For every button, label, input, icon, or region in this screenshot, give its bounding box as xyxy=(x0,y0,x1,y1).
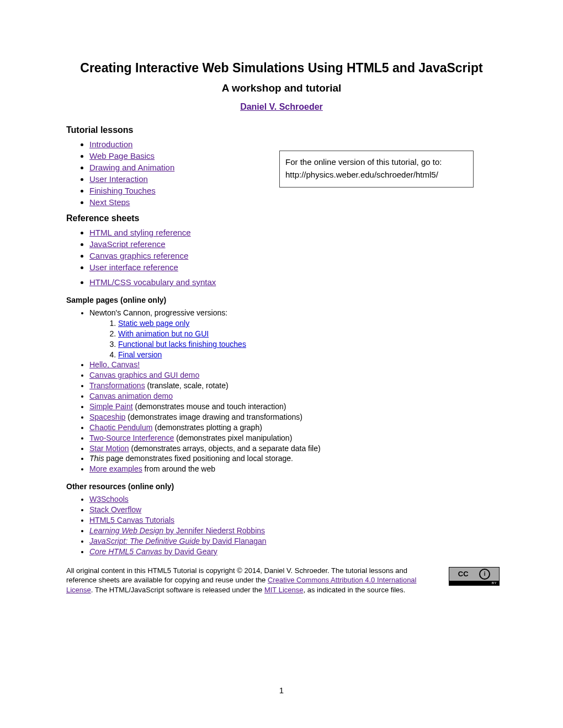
list-item: HTML/CSS vocabulary and syntax xyxy=(89,276,497,288)
book-author: by Jennifer Niederst Robbins xyxy=(163,526,265,535)
link-suffix: from around the web xyxy=(142,464,215,473)
link-book-js-definitive-guide[interactable]: JavaScript: The Definitive Guide by Davi… xyxy=(89,537,267,545)
link-chaotic-pendulum[interactable]: Chaotic Pendulum xyxy=(89,423,152,432)
tutorial-lessons-heading: Tutorial lessons xyxy=(66,125,497,135)
list-item: Canvas graphics reference xyxy=(89,250,497,261)
list-item: Chaotic Pendulum (demonstrates plotting … xyxy=(89,422,497,433)
list-item: More examples from around the web xyxy=(89,464,497,474)
link-web-page-basics[interactable]: Web Page Basics xyxy=(89,151,155,160)
page-subtitle: A workshop and tutorial xyxy=(66,82,497,94)
link-newton-2[interactable]: With animation but no GUI xyxy=(118,329,209,338)
list-item: Star Motion (demonstrates arrays, object… xyxy=(89,443,497,454)
list-item: Canvas graphics and GUI demo xyxy=(89,370,497,381)
link-canvas-graphics-ref[interactable]: Canvas graphics reference xyxy=(89,251,188,260)
online-box-url: http://physics.weber.edu/schroeder/html5… xyxy=(285,168,468,181)
page-number: 1 xyxy=(0,686,563,695)
person-icon: i xyxy=(479,569,490,580)
link-newton-3[interactable]: Functional but lacks finishing touches xyxy=(118,340,246,349)
list-item: Simple Paint (demonstrates mouse and tou… xyxy=(89,402,497,412)
link-drawing-animation[interactable]: Drawing and Animation xyxy=(89,163,174,172)
book-author: by David Geary xyxy=(162,547,217,556)
list-item: Static web page only xyxy=(118,318,497,329)
list-item: HTML and styling reference xyxy=(89,227,497,238)
link-star-motion[interactable]: Star Motion xyxy=(89,444,129,453)
reference-sheets-heading: Reference sheets xyxy=(66,213,497,223)
this-page-text: page demonstrates fixed positioning and … xyxy=(104,454,293,463)
link-spaceship[interactable]: Spaceship xyxy=(89,413,125,421)
list-item: Two-Source Interference (demonstrates pi… xyxy=(89,433,497,443)
link-next-steps[interactable]: Next Steps xyxy=(89,197,130,207)
cc-badge-by: BY xyxy=(449,581,499,585)
book-title: Core HTML5 Canvas xyxy=(89,547,162,556)
link-ui-ref[interactable]: User interface reference xyxy=(89,263,178,272)
link-more-examples[interactable]: More examples xyxy=(89,464,142,473)
this-label: This xyxy=(89,454,104,463)
list-item: Transformations (translate, scale, rotat… xyxy=(89,381,497,391)
link-javascript-ref[interactable]: JavaScript reference xyxy=(89,239,166,249)
link-user-interaction[interactable]: User Interaction xyxy=(89,174,148,184)
sample-pages-heading: Sample pages (online only) xyxy=(66,296,497,304)
link-book-learning-web-design[interactable]: Learning Web Design by Jennifer Niederst… xyxy=(89,526,265,535)
list-item: W3Schools xyxy=(89,494,497,505)
link-canvas-gui-demo[interactable]: Canvas graphics and GUI demo xyxy=(89,371,199,379)
online-box-line1: For the online version of this tutorial,… xyxy=(285,156,468,168)
link-newton-4[interactable]: Final version xyxy=(118,350,162,359)
link-introduction[interactable]: Introduction xyxy=(89,140,132,149)
list-item: Hello, Canvas! xyxy=(89,360,497,370)
cc-by-badge-icon[interactable]: CC i BY xyxy=(449,567,500,586)
cc-badge-top: CC i xyxy=(449,568,499,581)
link-newton-1[interactable]: Static web page only xyxy=(118,319,189,328)
link-suffix: (translate, scale, rotate) xyxy=(145,381,229,390)
book-title: JavaScript: The Definitive Guide xyxy=(89,537,200,545)
list-item: Learning Web Design by Jennifer Niederst… xyxy=(89,526,497,536)
list-item: Final version xyxy=(118,350,497,360)
newton-cannon-label: Newton's Cannon, progressive versions: xyxy=(89,308,227,317)
list-item: Next Steps xyxy=(89,196,497,208)
list-item: Canvas animation demo xyxy=(89,391,497,402)
link-finishing-touches[interactable]: Finishing Touches xyxy=(89,186,156,195)
list-item: User interface reference xyxy=(89,261,497,273)
list-item: Spaceship (demonstrates image drawing an… xyxy=(89,412,497,422)
online-version-box: For the online version of this tutorial,… xyxy=(279,151,474,188)
link-mit-license[interactable]: MIT License xyxy=(264,586,304,594)
link-html-css-vocab[interactable]: HTML/CSS vocabulary and syntax xyxy=(89,277,216,287)
link-suffix: (demonstrates plotting a graph) xyxy=(152,423,262,432)
footer-text-2: . The HTML/JavaScript software is releas… xyxy=(91,586,264,594)
reference-sheets-list: HTML and styling reference JavaScript re… xyxy=(66,227,497,288)
copyright-footer: All original content in this HTML5 Tutor… xyxy=(66,566,497,595)
other-resources-heading: Other resources (online only) xyxy=(66,482,497,491)
link-html-styling-ref[interactable]: HTML and styling reference xyxy=(89,228,191,237)
link-suffix: (demonstrates image drawing and transfor… xyxy=(125,413,302,421)
list-item: Stack Overflow xyxy=(89,505,497,515)
footer-text-3: , as indicated in the source files. xyxy=(303,586,405,594)
book-author: by David Flanagan xyxy=(200,537,267,545)
list-item: JavaScript reference xyxy=(89,238,497,250)
list-item: With animation but no GUI xyxy=(118,329,497,339)
book-title: Learning Web Design xyxy=(89,526,163,535)
author-line: Daniel V. Schroeder xyxy=(66,102,497,112)
link-w3schools[interactable]: W3Schools xyxy=(89,495,129,504)
link-hello-canvas[interactable]: Hello, Canvas! xyxy=(89,360,140,369)
list-item: HTML5 Canvas Tutorials xyxy=(89,515,497,526)
link-stack-overflow[interactable]: Stack Overflow xyxy=(89,505,141,514)
list-item: This page demonstrates fixed positioning… xyxy=(89,453,497,464)
newton-versions-list: Static web page only With animation but … xyxy=(89,318,497,360)
sample-pages-list: Newton's Cannon, progressive versions: S… xyxy=(66,308,497,474)
link-html5-canvas-tutorials[interactable]: HTML5 Canvas Tutorials xyxy=(89,516,174,524)
link-simple-paint[interactable]: Simple Paint xyxy=(89,402,133,411)
page-title: Creating Interactive Web Simulations Usi… xyxy=(66,61,497,76)
author-link[interactable]: Daniel V. Schroeder xyxy=(240,102,323,111)
link-transformations[interactable]: Transformations xyxy=(89,381,145,390)
link-two-source-interference[interactable]: Two-Source Interference xyxy=(89,433,174,442)
link-book-core-html5-canvas[interactable]: Core HTML5 Canvas by David Geary xyxy=(89,547,217,556)
link-suffix: (demonstrates arrays, objects, and a sep… xyxy=(129,444,321,453)
list-item: Functional but lacks finishing touches xyxy=(118,339,497,350)
other-resources-list: W3Schools Stack Overflow HTML5 Canvas Tu… xyxy=(66,494,497,556)
list-item: JavaScript: The Definitive Guide by Davi… xyxy=(89,536,497,547)
link-suffix: (demonstrates pixel manipulation) xyxy=(174,433,292,442)
link-canvas-anim-demo[interactable]: Canvas animation demo xyxy=(89,392,173,400)
list-item: Core HTML5 Canvas by David Geary xyxy=(89,547,497,557)
list-item: Newton's Cannon, progressive versions: S… xyxy=(89,308,497,360)
list-item: Introduction xyxy=(89,138,497,150)
cc-text: CC xyxy=(458,569,469,579)
